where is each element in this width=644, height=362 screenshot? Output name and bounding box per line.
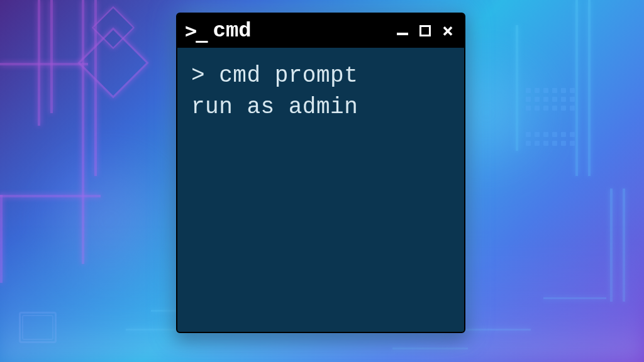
title-bar[interactable]: >_ cmd × — [177, 14, 464, 48]
close-button[interactable]: × — [439, 22, 457, 40]
window-title: cmd — [213, 19, 252, 43]
command-text-line2: run as admin — [191, 94, 358, 120]
minimize-icon — [397, 33, 408, 35]
maximize-button[interactable] — [416, 22, 434, 40]
minimize-button[interactable] — [394, 22, 411, 40]
maximize-icon — [419, 25, 431, 36]
terminal-icon: >_ — [185, 19, 207, 43]
terminal-body[interactable]: > cmd prompt run as admin — [177, 48, 464, 136]
close-icon: × — [442, 21, 453, 40]
title-bar-left: >_ cmd — [185, 19, 252, 43]
window-controls: × — [394, 22, 457, 40]
terminal-window: >_ cmd × > cmd prompt run as admin — [176, 13, 465, 333]
command-text-line1: cmd prompt — [219, 63, 358, 89]
prompt-symbol: > — [191, 63, 205, 89]
